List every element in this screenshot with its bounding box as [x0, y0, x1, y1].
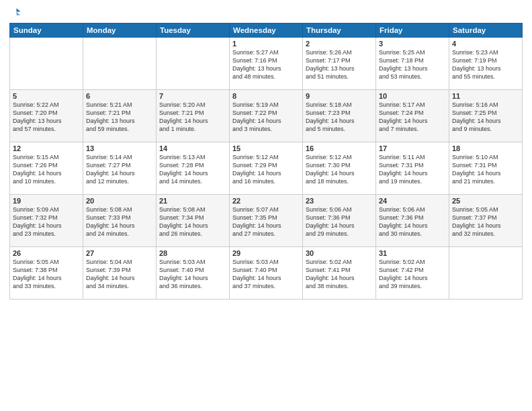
day-info: Sunrise: 5:22 AM Sunset: 7:20 PM Dayligh… — [13, 101, 80, 134]
weekday-header-monday: Monday — [83, 24, 157, 38]
calendar-cell: 18Sunrise: 5:10 AM Sunset: 7:31 PM Dayli… — [449, 142, 523, 195]
logo-icon — [9, 7, 21, 19]
calendar-cell: 20Sunrise: 5:08 AM Sunset: 7:33 PM Dayli… — [83, 195, 157, 247]
day-info: Sunrise: 5:19 AM Sunset: 7:22 PM Dayligh… — [232, 101, 300, 134]
weekday-header-sunday: Sunday — [10, 24, 83, 38]
week-row-2: 5Sunrise: 5:22 AM Sunset: 7:20 PM Daylig… — [10, 90, 523, 142]
weekday-header-tuesday: Tuesday — [157, 24, 230, 38]
calendar-cell: 14Sunrise: 5:13 AM Sunset: 7:28 PM Dayli… — [157, 142, 230, 195]
day-number: 29 — [232, 249, 300, 257]
day-number: 21 — [159, 197, 226, 205]
day-number: 22 — [232, 197, 300, 205]
calendar-cell — [157, 38, 230, 90]
day-info: Sunrise: 5:08 AM Sunset: 7:33 PM Dayligh… — [86, 205, 153, 238]
svg-marker-1 — [17, 12, 21, 15]
day-info: Sunrise: 5:21 AM Sunset: 7:21 PM Dayligh… — [86, 101, 153, 134]
calendar-cell: 3Sunrise: 5:25 AM Sunset: 7:18 PM Daylig… — [376, 38, 449, 90]
day-number: 9 — [306, 92, 373, 100]
calendar-cell: 25Sunrise: 5:05 AM Sunset: 7:37 PM Dayli… — [449, 195, 523, 247]
calendar-cell: 22Sunrise: 5:07 AM Sunset: 7:35 PM Dayli… — [230, 195, 303, 247]
calendar-cell: 29Sunrise: 5:03 AM Sunset: 7:40 PM Dayli… — [230, 247, 303, 300]
calendar-cell: 8Sunrise: 5:19 AM Sunset: 7:22 PM Daylig… — [230, 90, 303, 142]
day-info: Sunrise: 5:17 AM Sunset: 7:24 PM Dayligh… — [379, 101, 446, 134]
calendar-table: SundayMondayTuesdayWednesdayThursdayFrid… — [9, 23, 523, 300]
day-number: 12 — [13, 144, 80, 152]
day-info: Sunrise: 5:12 AM Sunset: 7:29 PM Dayligh… — [232, 153, 300, 186]
day-number: 26 — [13, 249, 80, 257]
day-info: Sunrise: 5:03 AM Sunset: 7:40 PM Dayligh… — [232, 258, 300, 291]
day-number: 7 — [159, 92, 226, 100]
weekday-header-wednesday: Wednesday — [230, 24, 303, 38]
calendar-cell: 15Sunrise: 5:12 AM Sunset: 7:29 PM Dayli… — [230, 142, 303, 195]
day-number: 10 — [379, 92, 446, 100]
day-number: 24 — [379, 197, 446, 205]
calendar-cell: 10Sunrise: 5:17 AM Sunset: 7:24 PM Dayli… — [376, 90, 449, 142]
day-info: Sunrise: 5:18 AM Sunset: 7:23 PM Dayligh… — [306, 101, 373, 134]
weekday-header-row: SundayMondayTuesdayWednesdayThursdayFrid… — [10, 24, 523, 38]
day-info: Sunrise: 5:06 AM Sunset: 7:36 PM Dayligh… — [306, 205, 373, 238]
calendar-cell: 7Sunrise: 5:20 AM Sunset: 7:21 PM Daylig… — [157, 90, 230, 142]
day-info: Sunrise: 5:25 AM Sunset: 7:18 PM Dayligh… — [379, 48, 446, 81]
week-row-4: 19Sunrise: 5:09 AM Sunset: 7:32 PM Dayli… — [10, 195, 523, 247]
weekday-header-friday: Friday — [376, 24, 449, 38]
day-info: Sunrise: 5:04 AM Sunset: 7:39 PM Dayligh… — [86, 258, 153, 291]
day-info: Sunrise: 5:09 AM Sunset: 7:32 PM Dayligh… — [13, 205, 80, 238]
day-info: Sunrise: 5:11 AM Sunset: 7:31 PM Dayligh… — [379, 153, 446, 186]
calendar-cell: 21Sunrise: 5:08 AM Sunset: 7:34 PM Dayli… — [157, 195, 230, 247]
day-info: Sunrise: 5:08 AM Sunset: 7:34 PM Dayligh… — [159, 205, 226, 238]
day-number: 15 — [232, 144, 300, 152]
day-number: 14 — [159, 144, 226, 152]
day-number: 18 — [452, 144, 519, 152]
day-info: Sunrise: 5:14 AM Sunset: 7:27 PM Dayligh… — [86, 153, 153, 186]
day-info: Sunrise: 5:13 AM Sunset: 7:28 PM Dayligh… — [159, 153, 226, 186]
calendar-cell — [449, 247, 523, 300]
day-number: 27 — [86, 249, 153, 257]
calendar-cell: 19Sunrise: 5:09 AM Sunset: 7:32 PM Dayli… — [10, 195, 83, 247]
day-number: 6 — [86, 92, 153, 100]
day-number: 19 — [13, 197, 80, 205]
day-number: 11 — [452, 92, 519, 100]
calendar-cell: 17Sunrise: 5:11 AM Sunset: 7:31 PM Dayli… — [376, 142, 449, 195]
day-number: 28 — [159, 249, 226, 257]
calendar-cell: 16Sunrise: 5:12 AM Sunset: 7:30 PM Dayli… — [303, 142, 376, 195]
day-info: Sunrise: 5:15 AM Sunset: 7:26 PM Dayligh… — [13, 153, 80, 186]
calendar-cell: 6Sunrise: 5:21 AM Sunset: 7:21 PM Daylig… — [83, 90, 157, 142]
calendar-cell: 1Sunrise: 5:27 AM Sunset: 7:16 PM Daylig… — [230, 38, 303, 90]
day-info: Sunrise: 5:07 AM Sunset: 7:35 PM Dayligh… — [232, 205, 300, 238]
day-number: 30 — [306, 249, 373, 257]
calendar-cell — [10, 38, 83, 90]
calendar-cell: 5Sunrise: 5:22 AM Sunset: 7:20 PM Daylig… — [10, 90, 83, 142]
calendar-cell: 4Sunrise: 5:23 AM Sunset: 7:19 PM Daylig… — [449, 38, 523, 90]
calendar-cell: 13Sunrise: 5:14 AM Sunset: 7:27 PM Dayli… — [83, 142, 157, 195]
week-row-3: 12Sunrise: 5:15 AM Sunset: 7:26 PM Dayli… — [10, 142, 523, 195]
header — [9, 7, 523, 19]
calendar-cell: 2Sunrise: 5:26 AM Sunset: 7:17 PM Daylig… — [303, 38, 376, 90]
weekday-header-thursday: Thursday — [303, 24, 376, 38]
day-number: 17 — [379, 144, 446, 152]
day-number: 2 — [306, 40, 373, 48]
day-info: Sunrise: 5:26 AM Sunset: 7:17 PM Dayligh… — [306, 48, 373, 81]
calendar-cell: 24Sunrise: 5:06 AM Sunset: 7:36 PM Dayli… — [376, 195, 449, 247]
calendar-cell: 28Sunrise: 5:03 AM Sunset: 7:40 PM Dayli… — [157, 247, 230, 300]
calendar-cell: 12Sunrise: 5:15 AM Sunset: 7:26 PM Dayli… — [10, 142, 83, 195]
day-info: Sunrise: 5:27 AM Sunset: 7:16 PM Dayligh… — [232, 48, 300, 81]
day-info: Sunrise: 5:05 AM Sunset: 7:38 PM Dayligh… — [13, 258, 80, 291]
calendar-cell: 30Sunrise: 5:02 AM Sunset: 7:41 PM Dayli… — [303, 247, 376, 300]
day-number: 13 — [86, 144, 153, 152]
day-info: Sunrise: 5:05 AM Sunset: 7:37 PM Dayligh… — [452, 205, 519, 238]
day-number: 23 — [306, 197, 373, 205]
day-info: Sunrise: 5:12 AM Sunset: 7:30 PM Dayligh… — [306, 153, 373, 186]
calendar-cell — [83, 38, 157, 90]
weekday-header-saturday: Saturday — [449, 24, 523, 38]
calendar-cell: 31Sunrise: 5:02 AM Sunset: 7:42 PM Dayli… — [376, 247, 449, 300]
day-number: 8 — [232, 92, 300, 100]
day-number: 20 — [86, 197, 153, 205]
day-info: Sunrise: 5:02 AM Sunset: 7:41 PM Dayligh… — [306, 258, 373, 291]
logo — [9, 7, 24, 19]
day-info: Sunrise: 5:20 AM Sunset: 7:21 PM Dayligh… — [159, 101, 226, 134]
calendar-cell: 26Sunrise: 5:05 AM Sunset: 7:38 PM Dayli… — [10, 247, 83, 300]
svg-marker-0 — [17, 8, 21, 11]
day-info: Sunrise: 5:03 AM Sunset: 7:40 PM Dayligh… — [159, 258, 226, 291]
day-info: Sunrise: 5:06 AM Sunset: 7:36 PM Dayligh… — [379, 205, 446, 238]
day-number: 4 — [452, 40, 519, 48]
